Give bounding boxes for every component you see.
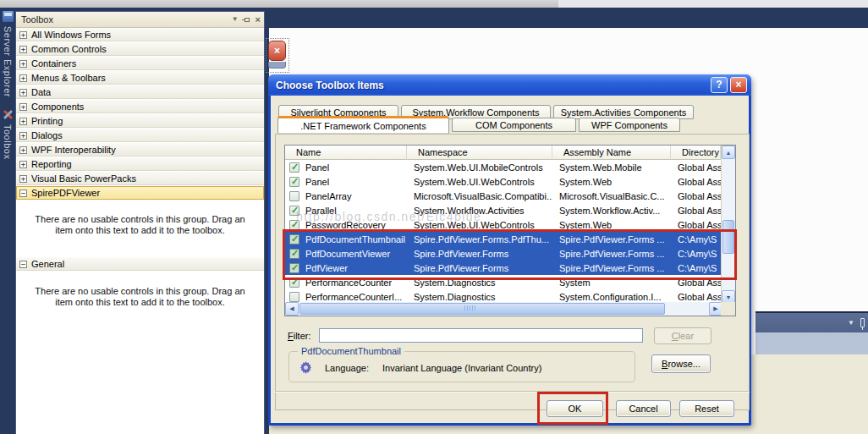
filter-input[interactable] (319, 328, 643, 343)
pin-icon[interactable] (860, 318, 865, 327)
close-icon[interactable]: × (730, 77, 747, 93)
groupbox-title: PdfDocumentThumbnail (298, 346, 404, 356)
pin-icon[interactable] (244, 18, 250, 22)
checkbox-checked[interactable] (289, 177, 299, 187)
toolbox-titlebar[interactable]: Toolbox ▼ × (16, 12, 264, 28)
expand-icon[interactable]: + (19, 118, 27, 125)
column-header-namespace[interactable]: Namespace (407, 146, 552, 160)
dialog-titlebar[interactable]: Choose Toolbox Items ? × (268, 74, 751, 96)
cell-name: PasswordRecovery (285, 220, 407, 230)
vertical-scrollbar[interactable]: ▲ ▼ (721, 146, 735, 304)
expand-icon[interactable]: + (19, 60, 27, 68)
close-icon[interactable]: × (268, 41, 286, 61)
checkbox-checked[interactable] (289, 206, 299, 216)
toolbox-title: Toolbox (21, 14, 232, 25)
collapse-icon[interactable]: − (19, 190, 27, 197)
checkbox-checked[interactable] (289, 249, 299, 259)
toolbox-category-spirepdfviewer[interactable]: −SpirePDFViewer (16, 186, 264, 201)
scrollbar-thumb[interactable] (722, 220, 734, 254)
table-row[interactable]: PerformanceCounterSystem.DiagnosticsSyst… (285, 275, 721, 289)
toolbox-category-data[interactable]: +Data (16, 85, 264, 100)
toolbox-category-wpf-interoperability[interactable]: +WPF Interoperability (16, 143, 264, 157)
expand-icon[interactable]: + (19, 175, 27, 183)
expand-icon[interactable]: + (19, 89, 27, 96)
cell-directory: Global Ass (671, 162, 721, 173)
close-icon[interactable]: × (255, 15, 261, 25)
help-icon[interactable]: ? (711, 77, 728, 93)
expand-icon[interactable]: + (19, 31, 27, 39)
sidebar-tab-server-explorer[interactable]: Server Explorer (3, 26, 13, 97)
clear-button[interactable]: Clear (654, 327, 711, 344)
expand-icon[interactable]: + (19, 46, 27, 53)
designer-close-button[interactable]: × (266, 38, 289, 73)
toolbox-category-label: Components (31, 102, 84, 112)
collapse-icon[interactable]: − (19, 261, 27, 268)
scrollbar-thumb[interactable] (299, 303, 665, 315)
toolbox-category-label: Common Controls (31, 44, 107, 54)
toolbox-category-printing[interactable]: +Printing (16, 114, 264, 129)
toolbox-category-reporting[interactable]: +Reporting (16, 157, 264, 172)
checkbox-unchecked[interactable] (289, 191, 299, 201)
table-row[interactable]: PanelSystem.Web.UI.WebControlsSystem.Web… (285, 174, 721, 189)
table-row[interactable]: PdfDocumentViewerSpire.PdfViewer.FormsSp… (285, 246, 721, 261)
ok-button[interactable]: OK (547, 400, 603, 417)
checkbox-checked[interactable] (289, 220, 299, 230)
component-name: PdfViewer (305, 263, 348, 273)
scroll-left-icon[interactable]: ◀ (285, 302, 299, 316)
toolbox-category-general[interactable]: − General (16, 257, 264, 272)
toolbox-category-dialogs[interactable]: +Dialogs (16, 129, 264, 143)
cell-name: Parallel (285, 206, 407, 216)
scroll-up-icon[interactable]: ▲ (722, 146, 735, 159)
toolbox-category-menus-toolbars[interactable]: +Menus & Toolbars (16, 71, 264, 85)
column-header-name[interactable]: Name (285, 146, 407, 160)
expand-icon[interactable]: + (19, 146, 27, 154)
toolbox-category-common-controls[interactable]: +Common Controls (16, 42, 264, 57)
cell-directory: C:\Amy\S (671, 234, 721, 244)
toolbox-category-containers[interactable]: +Containers (16, 57, 264, 71)
checkbox-checked[interactable] (289, 234, 299, 244)
component-name: PdfDocumentViewer (305, 249, 390, 259)
component-name: PerformanceCounter (305, 277, 392, 288)
expand-icon[interactable]: + (19, 74, 27, 82)
tab-com-components[interactable]: COM Components (452, 118, 576, 132)
checkbox-checked[interactable] (289, 162, 299, 173)
expand-icon[interactable]: + (19, 132, 27, 140)
toolbox-icon[interactable] (2, 108, 14, 121)
expand-icon[interactable]: + (19, 161, 27, 168)
cell-directory: C:\Amy\S (671, 249, 721, 259)
sidebar-tab-toolbox[interactable]: Toolbox (3, 124, 13, 159)
component-name: Panel (305, 177, 329, 187)
table-row[interactable]: PdfViewerSpire.PdfViewer.FormsSpire.PdfV… (285, 261, 721, 275)
server-explorer-icon[interactable] (2, 10, 14, 23)
toolbox-category-visual-basic-powerpacks[interactable]: +Visual Basic PowerPacks (16, 172, 264, 186)
toolbox-category-all-windows-forms[interactable]: +All Windows Forms (16, 28, 264, 42)
column-header-assembly-name[interactable]: Assembly Name (552, 146, 671, 160)
checkbox-checked[interactable] (289, 277, 299, 288)
toolbox-category-label: WPF Interoperability (31, 145, 116, 155)
chevron-down-icon[interactable]: ▼ (232, 16, 239, 23)
cell-namespace: Spire.PdfViewer.Forms.PdfThu... (407, 234, 552, 244)
cell-assembly: System (552, 277, 671, 288)
table-row[interactable]: ParallelSystem.Workflow.ActivitiesSystem… (285, 203, 721, 217)
horizontal-scrollbar[interactable]: ◀ ▶ (285, 302, 722, 316)
reset-button[interactable]: Reset (679, 400, 734, 417)
checkbox-checked[interactable] (289, 263, 299, 273)
checkbox-unchecked[interactable] (289, 292, 299, 302)
browse-button[interactable]: Browse... (651, 354, 711, 373)
table-row[interactable]: PanelSystem.Web.UI.MobileControlsSystem.… (285, 160, 721, 174)
cell-assembly: System.Configuration.I... (552, 292, 671, 302)
table-row[interactable]: PasswordRecoverySystem.Web.UI.WebControl… (285, 217, 721, 232)
component-name: PdfDocumentThumbnail (305, 234, 405, 244)
toolbox-category-label: General (31, 259, 64, 269)
tab-wpf-components[interactable]: WPF Components (579, 118, 680, 132)
right-panel-titlebar[interactable]: ▼ (755, 311, 868, 332)
table-row[interactable]: PdfDocumentThumbnailSpire.PdfViewer.Form… (285, 232, 721, 246)
cancel-button[interactable]: Cancel (616, 400, 671, 417)
table-row[interactable]: PanelArrayMicrosoft.VisualBasic.Compatib… (285, 189, 721, 203)
column-header-directory[interactable]: Directory (671, 146, 721, 160)
tab-net-framework-components[interactable]: .NET Framework Components (277, 116, 449, 134)
dialog-title: Choose Toolbox Items (276, 80, 708, 91)
toolbox-category-components[interactable]: +Components (16, 100, 264, 114)
expand-icon[interactable]: + (19, 103, 27, 111)
chevron-down-icon[interactable]: ▼ (848, 320, 854, 327)
